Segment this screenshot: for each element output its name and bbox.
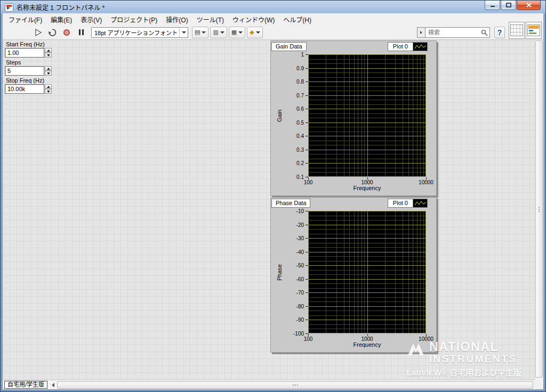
increment-button[interactable]	[45, 66, 52, 71]
resize-objects-button[interactable]: ▦	[229, 27, 245, 38]
vertical-scroll-thumb[interactable]	[535, 40, 543, 378]
search-scope-button[interactable]	[417, 27, 425, 38]
y-tick-label: 0.4	[296, 133, 304, 139]
ni-brand-line1: NATIONAL	[429, 340, 517, 353]
increment-button[interactable]	[45, 84, 52, 89]
y-tick-label: -30	[296, 235, 304, 241]
y-axis-scale[interactable]: -10-20-30-40-50-60-70-80-90-100	[287, 211, 308, 333]
window-title: 名称未設定 1 フロントパネル *	[17, 3, 105, 12]
ni-watermark: NATIONAL INSTRUMENTS LabVIEW® 自宅用および学生版	[407, 340, 521, 378]
horizontal-scrollbar[interactable]: 自宅用/学生版	[3, 380, 534, 389]
y-tick-label: 0.9	[296, 65, 304, 71]
pause-button[interactable]	[75, 26, 87, 39]
arrow-down-icon	[47, 72, 50, 75]
menu-file[interactable]: ファイル(F)	[4, 13, 46, 26]
run-continuous-button[interactable]	[46, 26, 59, 39]
client-area: ファイル(F)編集(E)表示(V)プロジェクト(P)操作(O)ツール(T)ウィン…	[3, 13, 543, 389]
y-tick-label: -90	[296, 317, 304, 323]
distribute-objects-button[interactable]: ▥	[210, 27, 227, 38]
stop-freq-control: 10.00k	[5, 84, 52, 94]
x-tick-mark	[426, 334, 427, 336]
plot-area[interactable]	[308, 54, 426, 177]
y-axis-scale[interactable]: 10.90.80.70.60.50.40.30.20.1	[287, 54, 308, 177]
menu-window[interactable]: ウィンドウ(W)	[228, 13, 279, 26]
y-tick-label: -10	[296, 208, 304, 214]
decrement-button[interactable]	[45, 89, 52, 94]
graph-title[interactable]: Gain Data	[271, 42, 307, 51]
graph-title[interactable]: Phase Data	[271, 199, 310, 208]
steps-control: 5	[5, 66, 52, 76]
distribute-objects-icon: ▥	[213, 29, 218, 35]
minimize-button[interactable]	[485, 1, 500, 10]
y-tick-label: -60	[296, 276, 304, 282]
edition-status-badge: 自宅用/学生版	[4, 381, 47, 389]
close-icon	[526, 3, 532, 7]
y-axis-label: Gain	[276, 54, 284, 177]
horizontal-scroll-thumb[interactable]	[57, 381, 533, 389]
labview-logo-icon	[5, 3, 13, 12]
arrow-up-icon	[47, 68, 50, 70]
menubar: ファイル(F)編集(E)表示(V)プロジェクト(P)操作(O)ツール(T)ウィン…	[3, 13, 543, 25]
start-freq-input[interactable]: 1.00	[5, 48, 44, 58]
decrement-button[interactable]	[45, 53, 52, 58]
y-tick-label: 0.8	[296, 79, 304, 85]
search-input[interactable]	[425, 27, 490, 38]
context-help-button[interactable]	[494, 27, 505, 38]
vertical-scrollbar[interactable]	[534, 40, 543, 380]
chevron-down-icon	[202, 31, 206, 34]
scroll-left-button[interactable]	[49, 381, 57, 389]
reorder-button[interactable]: ◆	[247, 27, 262, 38]
y-tick-label: -50	[296, 263, 304, 268]
vi-header-icons	[509, 22, 542, 39]
reorder-icon: ◆	[250, 29, 254, 35]
start-freq-control: 1.00	[5, 48, 52, 58]
decrement-button[interactable]	[45, 71, 52, 76]
plot-line-swatch-icon	[413, 199, 428, 208]
menu-edit[interactable]: 編集(E)	[46, 13, 76, 26]
titlebar[interactable]: 名称未設定 1 フロントパネル *	[1, 1, 545, 13]
abort-button[interactable]	[60, 26, 73, 39]
steps-input[interactable]: 5	[5, 66, 44, 76]
y-tick-label: 1	[301, 52, 304, 58]
menu-help[interactable]: ヘルプ(H)	[279, 13, 316, 26]
x-axis-label: Frequency	[308, 185, 426, 191]
x-axis-scale[interactable]: 100100010000	[308, 177, 426, 185]
plot-legend[interactable]: Plot 0	[388, 42, 428, 51]
resize-objects-icon: ▦	[231, 29, 237, 35]
vi-icon-button[interactable]	[526, 22, 542, 39]
y-tick-label: -100	[293, 331, 304, 337]
align-objects-button[interactable]: ▤	[192, 27, 208, 38]
stop-freq-input[interactable]: 10.00k	[5, 84, 44, 94]
x-tick-mark	[308, 334, 309, 336]
y-tick-label: -40	[296, 249, 304, 255]
menu-project[interactable]: プロジェクト(P)	[106, 13, 162, 26]
plot-legend[interactable]: Plot 0	[388, 199, 428, 208]
chevron-down-icon	[182, 31, 186, 34]
plot-area[interactable]	[308, 211, 426, 333]
labview-edition-text: LabVIEW® 自宅用および学生版	[407, 366, 521, 378]
y-tick-label: 0.5	[296, 119, 304, 125]
arrow-down-icon	[47, 91, 50, 93]
y-tick-label: 0.3	[296, 146, 304, 152]
font-selector[interactable]: 18pt アプリケーションフォント	[91, 27, 188, 38]
legend-label: Plot 0	[388, 199, 413, 208]
menu-operate[interactable]: 操作(O)	[162, 13, 192, 26]
menu-view[interactable]: 表示(V)	[76, 13, 106, 26]
arrow-left-icon	[52, 383, 54, 387]
stop-freq-label: Stop Freq (Hz)	[5, 77, 45, 84]
connector-pane-button[interactable]	[509, 22, 525, 39]
maximize-button[interactable]	[501, 1, 516, 10]
increment-button[interactable]	[45, 48, 52, 53]
scrollbar-corner	[534, 380, 543, 389]
phase-data-graph: Phase Data Plot 0 Phase -10-20-30-40-50-…	[270, 197, 437, 353]
y-tick-label: 0.2	[296, 160, 304, 166]
arrow-down-icon	[47, 54, 50, 56]
run-button[interactable]	[31, 26, 44, 39]
menu-tools[interactable]: ツール(T)	[192, 13, 228, 26]
ni-brand-line2: INSTRUMENTS	[429, 353, 517, 364]
x-tick-mark	[367, 177, 368, 179]
start-freq-label: Start Freq (Hz)	[5, 41, 46, 47]
front-panel[interactable]: Start Freq (Hz) 1.00 Steps 5 Stop Freq (…	[3, 40, 534, 380]
legend-label: Plot 0	[388, 42, 413, 51]
close-button[interactable]	[517, 1, 541, 10]
